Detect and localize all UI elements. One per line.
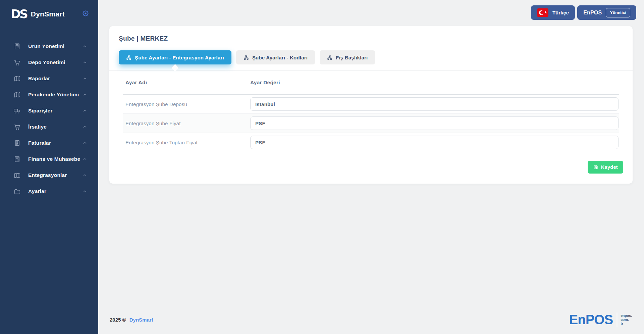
calculator-icon <box>13 43 21 50</box>
sidebar-item[interactable]: Ürün Yönetimi <box>0 38 98 54</box>
chevron-up-icon <box>83 157 87 161</box>
sidebar-item-label: Entegrasyonlar <box>28 172 83 178</box>
sidebar-item[interactable]: Faturalar <box>0 135 98 151</box>
divider <box>617 313 617 327</box>
tabs: Şube Ayarları - Entegrasyon Ayarları <box>119 50 623 64</box>
sidebar-menu: Ürün Yönetimi Depo Yönetimi <box>0 38 98 199</box>
topbar: Türkçe EnPOS Yönetici <box>98 0 644 26</box>
settings-table: Ayar Adı Ayar Değeri Entegrasyon Şube De… <box>123 70 619 152</box>
role-badge[interactable]: Yönetici <box>606 8 630 17</box>
map-icon <box>13 172 21 179</box>
truck-icon <box>13 107 21 114</box>
setting-name: Entegrasyon Şube Toptan Fiyat <box>123 140 250 145</box>
sidebar-item[interactable]: Ayarlar <box>0 183 98 199</box>
enpos-domain-text: enpos. com. tr <box>621 314 632 326</box>
chevron-up-icon <box>83 44 87 48</box>
cart-icon <box>13 59 21 66</box>
enpos-logo: EnPOS enpos. com. tr <box>569 313 632 327</box>
account-button[interactable]: EnPOS Yönetici <box>577 5 636 20</box>
tab-label: Şube Ayarları - Kodları <box>252 55 308 60</box>
table-row: Entegrasyon Şube Deposu <box>123 95 619 114</box>
column-header-name: Ayar Adı <box>123 80 250 86</box>
tab-button[interactable]: Şube Ayarları - Entegrasyon Ayarları <box>119 50 231 64</box>
tab-label: Şube Ayarları - Entegrasyon Ayarları <box>135 55 224 60</box>
chevron-up-icon <box>83 77 87 81</box>
footer: 2025 © DynSmart EnPOS enpos. com. tr <box>98 313 644 334</box>
sidebar-item[interactable]: Raporlar <box>0 70 98 87</box>
table-row: Entegrasyon Şube Toptan Fiyat <box>123 133 619 152</box>
sidebar-item[interactable]: Entegrasyonlar <box>0 167 98 183</box>
sitemap-icon <box>244 55 249 60</box>
column-header-value: Ayar Değeri <box>250 80 280 86</box>
turkish-flag-icon <box>537 8 548 17</box>
map-icon <box>13 75 21 82</box>
folder-icon <box>13 188 21 195</box>
sidebar-item-label: İrsaliye <box>28 124 83 130</box>
notebook-icon <box>13 139 21 147</box>
sidebar-item-label: Finans ve Muhasebe <box>28 156 83 162</box>
map-icon <box>13 91 21 98</box>
language-label: Türkçe <box>552 10 569 15</box>
sidebar-item-label: Ayarlar <box>28 188 83 194</box>
app-root: DS DynSmart Ürün Yönetimi <box>0 0 644 334</box>
sidebar-item-label: Siparişler <box>28 108 83 114</box>
table-row: Entegrasyon Şube Fiyat <box>123 114 619 133</box>
chevron-up-icon <box>83 189 87 193</box>
spacer <box>98 184 644 313</box>
sidebar-item-label: Raporlar <box>28 76 83 82</box>
account-label: EnPOS <box>583 10 602 16</box>
sidebar-toggle-icon[interactable] <box>82 10 89 18</box>
chevron-up-icon <box>83 93 87 97</box>
tab-label: Fiş Başlıkları <box>336 55 368 60</box>
sidebar-item-label: Depo Yönetimi <box>28 59 83 65</box>
setting-name: Entegrasyon Şube Deposu <box>123 101 250 107</box>
setting-name: Entegrasyon Şube Fiyat <box>123 121 250 126</box>
chevron-up-icon <box>83 141 87 145</box>
tab-button[interactable]: Şube Ayarları - Kodları <box>236 50 315 64</box>
sitemap-icon <box>327 55 332 60</box>
save-button[interactable]: Kaydet <box>588 161 623 174</box>
chevron-up-icon <box>83 60 87 64</box>
setting-value-input[interactable] <box>250 116 619 130</box>
dynsmart-logo: DS <box>11 8 27 20</box>
tab-button[interactable]: Fiş Başlıkları <box>320 50 375 64</box>
sidebar-item-label: Perakende Yönetimi <box>28 92 83 98</box>
copyright: 2025 © DynSmart <box>110 317 153 323</box>
table-body: Entegrasyon Şube Deposu Entegrasyon Şube… <box>123 94 619 152</box>
sidebar-item-label: Ürün Yönetimi <box>28 43 83 49</box>
copyright-year: 2025 © <box>110 317 126 323</box>
setting-value-input[interactable] <box>250 97 619 111</box>
sidebar: DS DynSmart Ürün Yönetimi <box>0 0 98 334</box>
enpos-logo-text: EnPOS <box>569 313 613 326</box>
sidebar-item-label: Faturalar <box>28 140 83 146</box>
table-header: Ayar Adı Ayar Değeri <box>123 70 619 94</box>
brand-row: DS DynSmart <box>0 0 98 23</box>
save-icon <box>593 164 598 170</box>
sitemap-icon <box>126 55 131 60</box>
sidebar-item[interactable]: Siparişler <box>0 103 98 119</box>
setting-value-input[interactable] <box>250 136 619 149</box>
sidebar-item[interactable]: İrsaliye <box>0 119 98 135</box>
page-title: Şube | MERKEZ <box>119 35 623 42</box>
sidebar-item[interactable]: Finans ve Muhasebe <box>0 151 98 167</box>
sidebar-item[interactable]: Depo Yönetimi <box>0 54 98 70</box>
calculator-icon <box>13 155 21 163</box>
language-button[interactable]: Türkçe <box>531 5 575 20</box>
chevron-up-icon <box>83 173 87 177</box>
save-button-label: Kaydet <box>601 164 618 170</box>
chevron-up-icon <box>83 109 87 113</box>
chevron-up-icon <box>83 125 87 129</box>
dynsmart-footer-link[interactable]: DynSmart <box>129 317 153 323</box>
main-area: Türkçe EnPOS Yönetici Şube | MERKEZ <box>98 0 644 334</box>
sidebar-item[interactable]: Perakende Yönetimi <box>0 87 98 103</box>
cart-icon <box>13 123 21 131</box>
card-actions: Kaydet <box>119 161 623 174</box>
branch-settings-card: Şube | MERKEZ Şube Ayarları - <box>109 26 633 184</box>
brand-name: DynSmart <box>31 10 65 18</box>
